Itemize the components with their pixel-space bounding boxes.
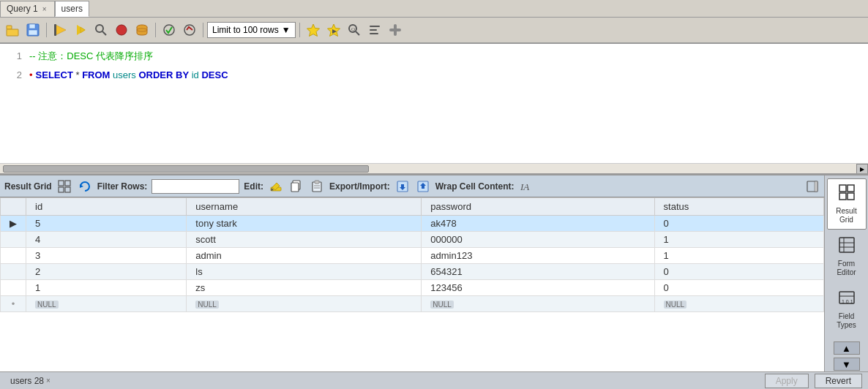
panel-toggle-button[interactable] [805, 180, 820, 193]
settings-button[interactable] [386, 20, 405, 39]
right-sidebar: ResultGrid FormEditor 1 0 1 [824, 175, 868, 371]
wrap-cell-label: Wrap Cell Content: [435, 181, 515, 192]
table-row[interactable]: 1 zs 123456 0 [1, 280, 824, 296]
line-dot-2: • [29, 67, 33, 83]
cell-username-2[interactable]: scott [187, 232, 422, 248]
cell-status-4[interactable]: 0 [654, 264, 823, 280]
filter-rows-input[interactable] [151, 179, 239, 194]
result-grid-label: Result Grid [4, 181, 52, 192]
cell-status-5[interactable]: 0 [654, 280, 823, 296]
edit-copy-icon[interactable] [288, 179, 304, 194]
table-null-row[interactable]: • NULL NULL NULL NULL [1, 296, 824, 312]
apply-button[interactable]: Apply [765, 374, 809, 388]
cell-username-4[interactable]: ls [187, 264, 422, 280]
stop-button[interactable] [112, 20, 131, 39]
save-button[interactable] [23, 20, 42, 39]
explain-button[interactable] [91, 20, 111, 39]
goto-bookmark-button[interactable] [324, 20, 343, 39]
svg-rect-50 [839, 193, 846, 200]
result-grid-panel-button[interactable]: ResultGrid [827, 178, 867, 230]
cell-id-1[interactable]: 5 [26, 216, 187, 232]
edit-paste-icon[interactable] [309, 179, 325, 194]
cell-status-3[interactable]: 1 [654, 248, 823, 264]
results-container: Result Grid Filter Rows: Edit: [0, 175, 868, 371]
limit-rows-select[interactable]: Limit to 100 rows ▼ [207, 22, 296, 38]
col-header-password[interactable]: password [422, 198, 654, 216]
result-grid-icon [838, 184, 856, 205]
col-header-username[interactable]: username [187, 198, 422, 216]
status-tab-users28[interactable]: users 28 × [6, 374, 55, 388]
find-button[interactable]: Q [345, 20, 364, 39]
cell-username-3[interactable]: admin [187, 248, 422, 264]
null-badge: NULL [430, 301, 454, 309]
svg-point-15 [184, 25, 195, 35]
scrollbar-thumb[interactable] [3, 165, 369, 173]
tab-query1-close[interactable]: × [41, 5, 48, 13]
toolbar-sep-1 [46, 23, 47, 37]
form-editor-panel-button[interactable]: FormEditor [827, 231, 867, 282]
cell-password-3[interactable]: admin123 [422, 248, 654, 264]
table-row[interactable]: ▶ 5 tony stark ak478 0 [1, 216, 824, 232]
result-grid-panel-label: ResultGrid [836, 207, 856, 224]
cell-username-1[interactable]: tony stark [187, 216, 422, 232]
svg-rect-28 [65, 181, 70, 186]
sql-line-2: 2 • SELECT * FROM users ORDER BY id DESC [0, 66, 868, 85]
status-tab-close[interactable]: × [46, 377, 50, 385]
results-main: Result Grid Filter Rows: Edit: [0, 175, 824, 371]
format-button[interactable] [365, 20, 384, 39]
table-row[interactable]: 4 scott 000000 1 [1, 232, 824, 248]
sql-table-name: users [113, 67, 136, 83]
row-arrow-1: ▶ [1, 216, 26, 232]
cell-password-null: NULL [422, 296, 654, 312]
cell-username-5[interactable]: zs [187, 280, 422, 296]
results-grid-icon[interactable] [56, 179, 72, 194]
execute-button[interactable] [50, 20, 70, 39]
data-table-container[interactable]: id username password status ▶ 5 tony sta… [0, 197, 824, 371]
sql-editor[interactable]: 1 -- 注意：DESC 代表降序排序 2 • SELECT * FROM us… [0, 44, 868, 175]
svg-rect-52 [839, 238, 854, 252]
scroll-up-button[interactable]: ▲ [834, 341, 860, 355]
cell-password-2[interactable]: 000000 [422, 232, 654, 248]
export-icon[interactable] [394, 179, 411, 194]
cell-password-4[interactable]: 654321 [422, 264, 654, 280]
cell-status-1[interactable]: 0 [654, 216, 823, 232]
db-button[interactable] [132, 20, 151, 39]
execute-current-button[interactable] [71, 20, 90, 39]
results-refresh-icon[interactable] [77, 179, 93, 194]
revert-button[interactable]: Revert [815, 374, 862, 388]
cell-status-2[interactable]: 1 [654, 232, 823, 248]
open-file-button[interactable] [3, 20, 22, 39]
svg-text:Q: Q [351, 26, 355, 32]
svg-rect-49 [848, 185, 854, 192]
cell-password-1[interactable]: ak478 [422, 216, 654, 232]
cell-id-3[interactable]: 3 [26, 248, 187, 264]
svg-marker-16 [307, 24, 319, 37]
scroll-down-button[interactable]: ▼ [834, 358, 860, 371]
svg-line-20 [356, 31, 359, 35]
row-arrow-5 [1, 280, 26, 296]
editor-scrollbar[interactable]: ▶ [0, 163, 868, 173]
col-header-status[interactable]: status [654, 198, 823, 216]
filter-rows-label: Filter Rows: [97, 181, 148, 192]
import-icon[interactable] [415, 179, 431, 194]
tab-users[interactable]: users [55, 1, 89, 17]
bookmark-button[interactable] [304, 20, 323, 39]
up-arrow-icon: ▲ [842, 343, 851, 354]
cell-password-5[interactable]: 123456 [422, 280, 654, 296]
cell-id-2[interactable]: 4 [26, 232, 187, 248]
svg-point-9 [96, 25, 103, 32]
table-row[interactable]: 3 admin admin123 1 [1, 248, 824, 264]
svg-text:IA: IA [520, 181, 529, 192]
svg-rect-3 [29, 24, 35, 29]
edit-pencil-icon[interactable] [268, 179, 284, 194]
rollback-button[interactable] [180, 20, 199, 39]
commit-button[interactable] [160, 20, 179, 39]
cell-id-4[interactable]: 2 [26, 264, 187, 280]
col-header-id[interactable]: id [26, 198, 187, 216]
field-types-panel-button[interactable]: 1 0 1 FieldTypes [827, 284, 867, 335]
tab-query1[interactable]: Query 1 × [0, 1, 55, 17]
svg-rect-47 [815, 181, 818, 192]
table-row[interactable]: 2 ls 654321 0 [1, 264, 824, 280]
cell-id-5[interactable]: 1 [26, 280, 187, 296]
wrap-cell-icon[interactable]: IA [518, 179, 536, 194]
